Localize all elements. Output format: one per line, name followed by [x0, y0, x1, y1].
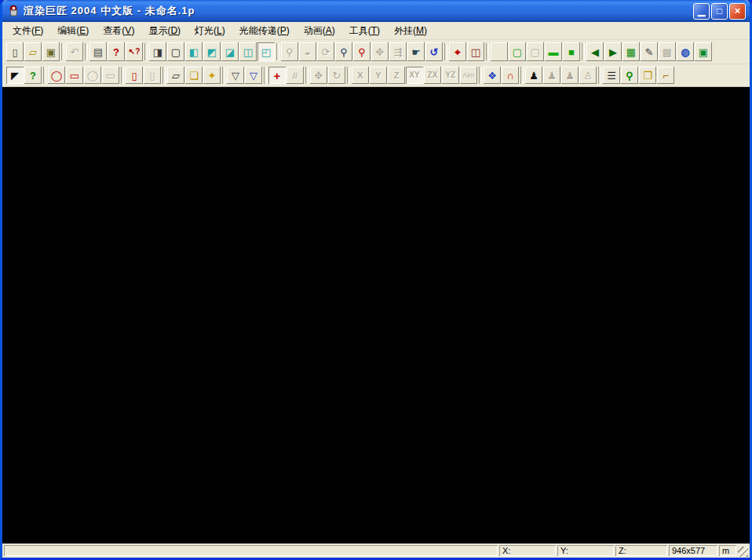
toolbar-icon: Z [394, 71, 400, 80]
separator [478, 67, 483, 84]
display-hiddenline-button[interactable]: ◧ [185, 42, 203, 61]
select-ellipse-button[interactable]: ◯ [48, 67, 65, 84]
toolbar-icon: ◧ [189, 47, 199, 57]
select-window-button[interactable]: ▭ [66, 67, 83, 84]
pen-button[interactable]: ✎ [641, 42, 658, 61]
render-frame-button[interactable]: ◫ [467, 42, 484, 61]
viewport[interactable] [2, 87, 750, 544]
globe-button[interactable]: ◍ [677, 42, 694, 61]
toolbar-icon: ▶ [609, 47, 617, 57]
figure-crouch-button[interactable]: ♟ [525, 67, 542, 84]
new-file-button[interactable]: ▯ [6, 42, 24, 61]
toolbar-icon: ▭ [106, 71, 115, 81]
toolbar-icon [61, 43, 64, 60]
menu-plugins[interactable]: 外挂(M) [387, 23, 434, 39]
separator [444, 42, 448, 61]
separator [597, 67, 602, 84]
solid-cube-button[interactable]: ■ [563, 42, 580, 61]
toolbar-row-1: ▯ ▱ ▣ ↶ ▤ [2, 40, 750, 64]
minimize-button[interactable]: ▁ [693, 3, 710, 20]
close-button[interactable]: × [729, 3, 746, 20]
analyze-button[interactable]: ⚲ [621, 67, 638, 84]
solution-wireframe-button[interactable]: ▢ [509, 42, 526, 61]
menu-file[interactable]: 文件(F) [5, 23, 50, 39]
menu-edit[interactable]: 编辑(E) [50, 23, 96, 39]
toolbar-icon [144, 43, 148, 60]
new-page-button[interactable]: ▯ [126, 67, 143, 84]
menu-tools[interactable]: 工具(T) [342, 23, 387, 39]
toolbar-icon: Y [375, 71, 381, 80]
block-editor-button[interactable]: ❖ [484, 67, 501, 84]
maximize-button[interactable]: □ [711, 3, 728, 20]
hand-button[interactable]: ☛ [407, 42, 425, 61]
display-wireframe-button[interactable]: ▢ [167, 42, 184, 61]
toolbar-icon: ▦ [626, 47, 636, 57]
axis-x-button: X [352, 67, 369, 84]
display-enhanced-button[interactable]: ◫ [239, 42, 257, 61]
toolbar-icon: ↺ [430, 47, 439, 57]
menu-view[interactable]: 查看(V) [96, 23, 141, 39]
toolbar-icon [479, 67, 482, 84]
toolbar-icon: ⚲ [286, 47, 294, 57]
add-point-button[interactable]: + [268, 67, 286, 84]
toolbar-icon: ✦ [208, 71, 217, 81]
display-quickshade-button[interactable]: ◩ [203, 42, 221, 61]
separator [84, 42, 89, 61]
luminaire-tool-button[interactable]: ✦ [203, 67, 221, 84]
zoom-extents-button[interactable]: ⌖ [449, 42, 466, 61]
select-button[interactable]: ◤ [6, 67, 24, 84]
zoom-window-button[interactable]: ⚲ [353, 42, 371, 61]
query-button[interactable]: ? [24, 67, 42, 84]
filter-select-button[interactable]: ▽ [245, 67, 262, 84]
surface-tool-button[interactable]: ▱ [167, 67, 184, 84]
separator [520, 67, 524, 84]
monitor-button[interactable]: ▣ [695, 42, 712, 61]
resize-grip[interactable] [738, 547, 748, 557]
toolbar-icon: ▬ [549, 47, 559, 57]
camera-back-button[interactable]: ◀ [586, 42, 604, 61]
toolbar-icon: ▣ [46, 47, 56, 57]
spin-button[interactable]: ↺ [425, 42, 443, 61]
menu-animation[interactable]: 动画(A) [297, 23, 342, 39]
menu-light[interactable]: 灯光(L) [188, 23, 232, 39]
toolbar-icon: ◤ [11, 71, 19, 81]
separator [42, 67, 47, 84]
magnet-button[interactable]: ∩ [502, 67, 519, 84]
save-button[interactable]: ▣ [42, 42, 60, 61]
filter-button[interactable]: ▽ [227, 67, 244, 84]
x-label: X: [502, 546, 510, 555]
open-file-button[interactable]: ▱ [24, 42, 42, 61]
print-button[interactable]: ▤ [89, 42, 107, 61]
define-view-button[interactable]: ◨ [149, 42, 166, 61]
desk-lamp-button[interactable]: ⌐ [657, 67, 674, 84]
toolbar-icon: ▢ [531, 47, 540, 57]
separator [263, 67, 268, 84]
toolbar-icon: ▢ [171, 47, 181, 57]
separator [221, 67, 226, 84]
toolbar-icon: XY [409, 71, 419, 79]
toolbar-icon [85, 43, 88, 60]
zoom-button[interactable]: ⚲ [335, 42, 352, 61]
display-shaded-button[interactable]: ◪ [221, 42, 239, 61]
toolbar-icon [347, 67, 350, 84]
menu-radiosity[interactable]: 光能传递(P) [232, 23, 297, 39]
axis-y-button: Y [370, 67, 387, 84]
toolbar-icon: ♟ [529, 71, 538, 81]
camera-forward-button[interactable]: ▶ [604, 42, 622, 61]
help-button[interactable]: ? [108, 42, 125, 61]
status-y: Y: [557, 545, 614, 556]
menu-display[interactable]: 显示(D) [141, 23, 188, 39]
mesh-slab-button[interactable]: ▬ [545, 42, 562, 61]
context-help-button[interactable]: ↖? [126, 42, 143, 61]
copy-pages-button[interactable]: ❐ [639, 67, 656, 84]
toolbar-icon: ♙ [583, 71, 593, 81]
toolbar-icon [121, 67, 124, 84]
layers-button[interactable]: ☰ [603, 67, 620, 84]
toolbar-icon: ▩ [663, 47, 672, 57]
toolbar-icon: ▱ [172, 71, 180, 81]
toolbar-icon: ▽ [232, 71, 239, 81]
pattern-frame-button[interactable]: ▦ [622, 42, 640, 61]
separator [581, 42, 586, 61]
block-tool-button[interactable]: ❏ [185, 67, 203, 84]
display-realistic-button[interactable]: ◰ [257, 42, 275, 61]
